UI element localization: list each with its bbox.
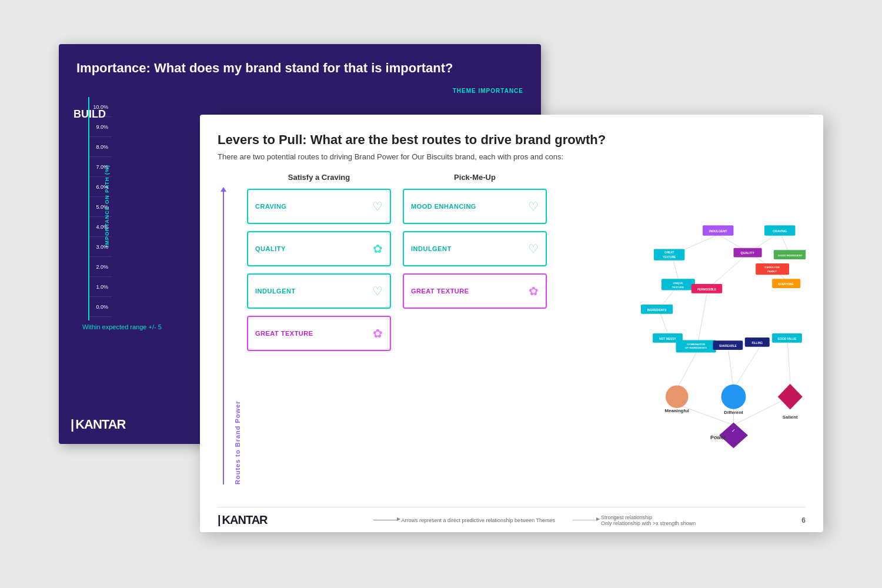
svg-marker-60 <box>778 384 803 410</box>
card-mood: MOOD ENHANCING ♡ <box>403 189 547 224</box>
svg-line-10 <box>697 289 708 345</box>
svg-text:TEXTURE: TEXTURE <box>663 256 676 259</box>
svg-line-18 <box>787 343 790 382</box>
front-title: Levers to Pull: What are the best routes… <box>218 132 806 148</box>
front-slide: Levers to Pull: What are the best routes… <box>200 115 823 532</box>
svg-text:Different: Different <box>724 410 743 415</box>
svg-line-15 <box>677 350 697 389</box>
grid-line-4: 6.0% <box>89 177 112 197</box>
grid-line-0: 10.0% BUILD <box>89 97 112 117</box>
svg-text:QUALITY: QUALITY <box>741 251 755 255</box>
footer-note-2: Strongest relationshipOnly relationship … <box>573 514 696 526</box>
svg-text:INDULGENT: INDULGENT <box>709 229 727 233</box>
svg-text:COMBINATION: COMBINATION <box>687 343 705 346</box>
svg-text:UNIQUE: UNIQUE <box>673 282 683 285</box>
col1-header: Satisfy a Craving <box>247 173 391 182</box>
front-kantar-logo: KANTAR <box>218 513 268 527</box>
footer-note-2-text: Strongest relationshipOnly relationship … <box>601 514 696 526</box>
footer-arrow-2 <box>573 520 596 520</box>
page-number: 6 <box>801 516 806 524</box>
card-great-texture-2: GREAT TEXTURE ✿ <box>403 273 547 309</box>
heart-icon-1: ♡ <box>372 199 383 213</box>
svg-text:Meaningful: Meaningful <box>665 408 689 413</box>
svg-rect-38 <box>756 263 789 275</box>
levers-section: Routes to Brand Power Satisfy a Craving … <box>218 173 547 502</box>
card-quality: QUALITY ✿ <box>247 231 391 266</box>
flower-icon-3: ✿ <box>529 284 539 298</box>
back-slide-title: Importance: What does my brand stand for… <box>76 61 523 76</box>
svg-point-56 <box>666 385 689 408</box>
footer-notes: Arrows represent a direct predictive rel… <box>373 514 696 526</box>
svg-text:OF INGREDIENTS: OF INGREDIENTS <box>685 346 707 349</box>
svg-text:GOOD INGREDIENT: GOOD INGREDIENT <box>778 254 803 257</box>
footer-arrow-1 <box>373 520 397 520</box>
grid-line-8: 2.0% <box>89 257 112 277</box>
network-section: INDULGENT CRAVING QUALITY GREAT TEXTURE … <box>559 173 806 502</box>
front-body: Routes to Brand Power Satisfy a Craving … <box>218 173 806 502</box>
svg-text:GREAT: GREAT <box>664 251 674 254</box>
svg-text:EVERYONE: EVERYONE <box>779 283 794 286</box>
svg-point-58 <box>721 385 746 409</box>
svg-text:NOT MESSY: NOT MESSY <box>659 338 676 340</box>
card-great-texture-1: GREAT TEXTURE ✿ <box>247 316 391 351</box>
y-axis-label: Routes to Brand Power <box>234 173 241 502</box>
grid-line-5: 5.0% <box>89 197 112 217</box>
svg-text:INGREDIENTS: INGREDIENTS <box>647 309 667 312</box>
heart-icon-4: ♡ <box>528 242 539 256</box>
chart-label: THEME IMPORTANCE <box>71 88 529 94</box>
heart-icon-3: ♡ <box>528 199 539 213</box>
footer-note-1: Arrows represent a direct predictive rel… <box>373 514 555 526</box>
column-1: Satisfy a Craving CRAVING ♡ QUALITY ✿ IN… <box>247 173 391 502</box>
front-subtitle: There are two potential routes to drivin… <box>218 152 806 161</box>
network-diagram: INDULGENT CRAVING QUALITY GREAT TEXTURE … <box>559 173 806 502</box>
build-label: BUILD <box>74 108 106 121</box>
svg-text:FAMILY: FAMILY <box>767 270 777 273</box>
footer-note-1-text: Arrows represent a direct predictive rel… <box>402 517 555 523</box>
grid-line-7: 3.0% <box>89 237 112 257</box>
svg-text:PERMISSIBLE: PERMISSIBLE <box>697 288 717 291</box>
heart-icon-2: ♡ <box>372 284 383 298</box>
card-craving: CRAVING ♡ <box>247 189 391 224</box>
svg-text:GOOD VALUE: GOOD VALUE <box>778 338 797 340</box>
grid-line-3: 7.0% <box>89 157 112 177</box>
col2-header: Pick-Me-Up <box>403 173 547 182</box>
grid-line-10: 0.0% <box>89 297 112 317</box>
grid-line-2: 8.0% <box>89 137 112 157</box>
flower-icon-1: ✿ <box>373 242 383 256</box>
svg-text:CARES FOR: CARES FOR <box>764 266 780 269</box>
back-kantar-logo: KANTAR <box>71 417 125 432</box>
svg-text:CRAVING: CRAVING <box>773 229 787 233</box>
grid-line-9: 1.0% <box>89 277 112 297</box>
columns-container: Satisfy a Craving CRAVING ♡ QUALITY ✿ IN… <box>247 173 547 502</box>
svg-text:SHAREABLE: SHAREABLE <box>719 345 737 348</box>
svg-line-16 <box>729 350 734 389</box>
scene: Importance: What does my brand stand for… <box>59 44 823 544</box>
svg-line-5 <box>708 253 749 289</box>
svg-text:Salient: Salient <box>783 415 798 420</box>
chart-grid: 10.0% BUILD 9.0% 8.0% 7.0% 6.0% 5.0% 4.0… <box>88 97 112 320</box>
svg-line-17 <box>734 348 760 389</box>
card-indulgent-2: INDULGENT ♡ <box>403 231 547 266</box>
front-footer: KANTAR Arrows represent a direct predict… <box>218 507 806 527</box>
back-slide-header: Importance: What does my brand stand for… <box>59 44 541 88</box>
flower-icon-2: ✿ <box>373 326 383 340</box>
svg-text:✓: ✓ <box>731 428 736 433</box>
grid-line-6: 4.0% <box>89 217 112 237</box>
svg-text:Power: Power <box>710 435 726 440</box>
svg-text:TEXTURE: TEXTURE <box>672 286 684 289</box>
card-indulgent-1: INDULGENT ♡ <box>247 273 391 309</box>
svg-text:FILLING: FILLING <box>751 342 763 345</box>
column-2: Pick-Me-Up MOOD ENHANCING ♡ INDULGENT ♡ … <box>403 173 547 502</box>
